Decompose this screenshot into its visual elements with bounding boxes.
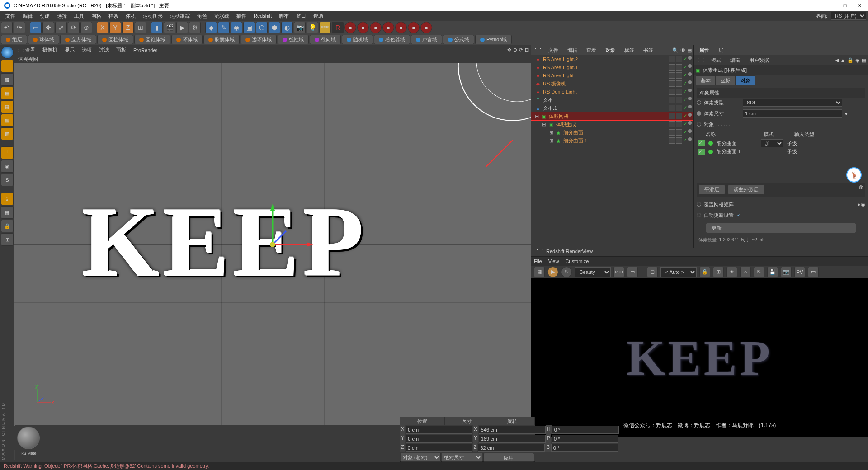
field-radial[interactable]: 径向域: [310, 35, 341, 44]
smooth-layer-button[interactable]: 平滑层: [698, 184, 725, 195]
edge-mode[interactable]: ▧: [1, 114, 14, 127]
render-toggle[interactable]: [676, 89, 682, 95]
field-cone[interactable]: 圆锥体域: [134, 35, 170, 44]
menu-script[interactable]: 脚本: [275, 13, 292, 19]
prim3[interactable]: ◉: [231, 22, 242, 33]
stepper-icon[interactable]: ♦: [845, 111, 848, 116]
uv-mode[interactable]: ◉: [1, 160, 14, 173]
field-formula[interactable]: 公式域: [443, 35, 474, 44]
render-toggle[interactable]: [676, 137, 682, 144]
light-icon[interactable]: 💡: [307, 22, 318, 33]
object-tree[interactable]: ●RS Area Light.2✓●RS Area Light.1✓●RS Ar…: [531, 55, 693, 248]
menu-mograph[interactable]: 运动图形: [139, 13, 166, 19]
check-icon[interactable]: ✓: [683, 80, 687, 87]
camera-icon[interactable]: 📷: [294, 22, 306, 33]
rs-btn3[interactable]: ●: [370, 22, 382, 33]
arrow-icon[interactable]: ▸◉: [858, 202, 865, 207]
expand-icon[interactable]: ⊟: [542, 122, 546, 127]
attr-subtab-coord[interactable]: 坐标: [716, 75, 736, 85]
rs-btn2[interactable]: ●: [357, 22, 369, 33]
check-icon[interactable]: ✓: [683, 64, 687, 70]
axis-z-button[interactable]: Z: [122, 22, 134, 33]
expand-icon[interactable]: ⊞: [549, 138, 553, 144]
field-sound[interactable]: 声音域: [411, 35, 442, 44]
field-cube[interactable]: 立方体域: [60, 35, 96, 44]
rv-snap-button[interactable]: 📷: [781, 267, 792, 277]
close-button[interactable]: ✕: [856, 3, 863, 9]
om-object[interactable]: 对象: [602, 47, 619, 54]
field-shader[interactable]: 着色器域: [374, 35, 410, 44]
menu-redshift[interactable]: Redshift: [250, 13, 275, 19]
texture-mode[interactable]: ▩: [1, 73, 14, 86]
trash-icon[interactable]: 🗑: [859, 184, 863, 195]
object-row[interactable]: ⊟▣体积生成✓: [531, 120, 693, 128]
check-icon[interactable]: ✓: [683, 56, 687, 62]
attr-subtab-basic[interactable]: 基本: [696, 75, 716, 85]
attr-subtab-object[interactable]: 对象: [736, 75, 755, 85]
check-icon[interactable]: ✓: [683, 89, 687, 95]
object-row[interactable]: ⊞◉细分曲面.1✓: [531, 136, 693, 145]
render-toggle[interactable]: [676, 113, 682, 119]
check-icon[interactable]: ✓: [698, 149, 705, 155]
eye-icon[interactable]: 👁: [680, 47, 685, 53]
object-row[interactable]: ◆RS 摄像机✓: [531, 80, 693, 88]
view-menu-panel[interactable]: 面板: [113, 47, 130, 53]
field-python[interactable]: Python域: [475, 35, 512, 44]
render-toggle[interactable]: [676, 121, 682, 127]
grid-icon[interactable]: ▦: [1, 206, 14, 219]
visibility-toggle[interactable]: [669, 105, 675, 111]
object-row[interactable]: T文本✓: [531, 96, 693, 104]
object-row[interactable]: ●RS Area Light✓: [531, 71, 693, 80]
redo-button[interactable]: ↷: [14, 22, 25, 33]
menu-character[interactable]: 角色: [193, 13, 211, 19]
tag-icon[interactable]: [688, 80, 692, 84]
tag-icon[interactable]: [688, 105, 692, 108]
coord-button[interactable]: ⊞: [135, 22, 146, 33]
rv-grid-button[interactable]: ⊞: [713, 267, 724, 277]
rs-btn4[interactable]: ●: [382, 22, 394, 33]
rv-play-button[interactable]: ▶: [547, 267, 558, 277]
field-group[interactable]: 组层: [1, 35, 27, 44]
tag-icon[interactable]: [688, 113, 692, 117]
lock-icon[interactable]: 🔒: [1, 220, 14, 232]
field-cylinder[interactable]: 圆柱体域: [97, 35, 133, 44]
coord-pos-input[interactable]: [406, 426, 472, 434]
prim4[interactable]: ▣: [243, 22, 255, 33]
coord-size-input[interactable]: [479, 435, 546, 443]
search-icon[interactable]: 🔍: [672, 47, 679, 53]
ext-icon[interactable]: ◉: [855, 57, 860, 63]
move-tool[interactable]: ✥: [42, 22, 54, 33]
field-remote[interactable]: 远环体域: [241, 35, 277, 44]
check-icon[interactable]: ✓: [698, 140, 705, 146]
tag-icon[interactable]: [688, 121, 692, 125]
view-menu-view[interactable]: 查看: [22, 47, 39, 53]
om-tags[interactable]: 标签: [621, 47, 638, 54]
axis-y-button[interactable]: Y: [109, 22, 121, 33]
render-toggle[interactable]: [676, 64, 682, 70]
menu-volume[interactable]: 体积: [122, 13, 139, 19]
clapper-icon[interactable]: 🎬: [164, 22, 175, 33]
cube-primitive[interactable]: ▮: [151, 22, 163, 33]
prop-subrow-2[interactable]: ✓细分曲面.1子级: [697, 148, 865, 155]
deer-badge-icon[interactable]: 🦌: [846, 167, 862, 183]
view-menu-options[interactable]: 选项: [78, 47, 95, 53]
workplane-mode[interactable]: ▤: [1, 87, 14, 99]
check-icon[interactable]: ✓: [683, 137, 687, 144]
visibility-toggle[interactable]: [669, 97, 675, 103]
poly-mode[interactable]: ▨: [1, 127, 14, 140]
view-menu-prorender[interactable]: ProRender: [130, 47, 161, 53]
menu-select[interactable]: 选择: [53, 13, 71, 19]
rv-customize[interactable]: Customize: [565, 258, 589, 264]
menu-mesh[interactable]: 网格: [88, 13, 105, 19]
tag-icon[interactable]: [688, 64, 692, 68]
check-icon[interactable]: ✓: [683, 113, 687, 119]
expand-icon[interactable]: ⊟: [535, 113, 539, 119]
prop-size-input[interactable]: [743, 109, 842, 118]
coord-abs-select[interactable]: 绝对尺寸: [442, 453, 482, 462]
rv-sun-button[interactable]: ☀: [726, 267, 737, 277]
field-random[interactable]: 随机域: [342, 35, 373, 44]
rv-arrow-button[interactable]: ⇱: [754, 267, 764, 277]
check-icon[interactable]: ✓: [736, 212, 741, 218]
rv-pv-button[interactable]: PV: [794, 267, 805, 277]
render-toggle[interactable]: [676, 129, 682, 136]
